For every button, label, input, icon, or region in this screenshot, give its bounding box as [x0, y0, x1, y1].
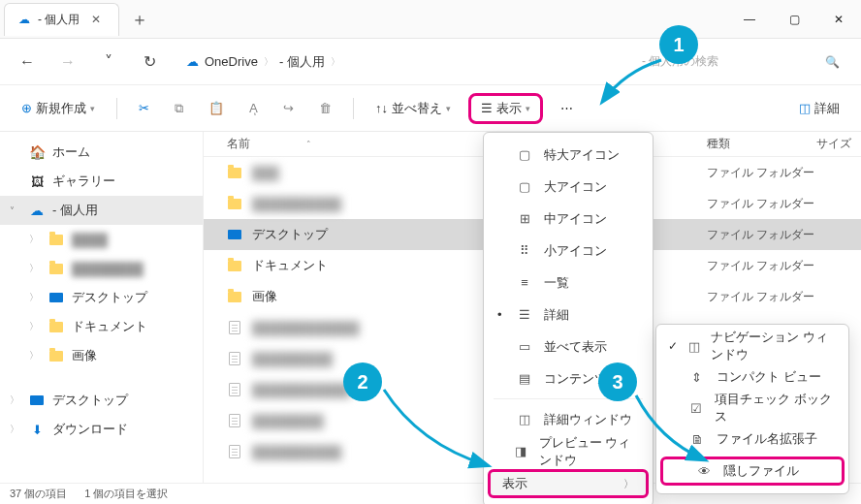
add-tab-button[interactable]: ＋ [131, 8, 148, 31]
type-cell: ファイル フォルダー [701, 188, 861, 219]
list-icon: ☰ [481, 101, 493, 115]
sidebar-item-home[interactable]: 🏠 ホーム [0, 138, 203, 167]
document-icon [227, 351, 242, 366]
dd-tiles[interactable]: ▭並べて表示 [484, 331, 653, 362]
check-icon: ✓ [668, 339, 679, 353]
copy-button[interactable]: ⧉ [167, 93, 191, 124]
close-button[interactable]: ✕ [816, 0, 861, 39]
callout-1: 1 [659, 25, 698, 64]
column-type-label[interactable]: 種類 [701, 136, 807, 152]
dd-details[interactable]: •☰詳細 [484, 299, 653, 331]
gallery-icon: 🖼 [29, 173, 45, 189]
sidebar-item-label: 画像 [72, 347, 97, 364]
callout-2: 2 [343, 362, 382, 401]
share-button[interactable]: ↪ [275, 93, 302, 124]
chevron-right-icon[interactable]: 〉 [10, 423, 21, 436]
back-button[interactable]: ← [14, 48, 41, 76]
view-button[interactable]: ☰ 表示 ▾ [468, 93, 543, 124]
sidebar-item-documents[interactable]: 〉 ドキュメント [0, 312, 203, 341]
document-icon [227, 382, 242, 397]
type-cell: ファイル フォルダー [701, 219, 861, 250]
column-size-label[interactable]: サイズ [807, 136, 861, 152]
window-tab[interactable]: ☁ - 個人用 ✕ [4, 3, 119, 36]
column-name[interactable]: 名前 ˄ [204, 136, 475, 152]
dd-preview-pane[interactable]: ◨プレビュー ウィンドウ [484, 435, 653, 467]
new-button[interactable]: ⊕ 新規作成 ▾ [14, 93, 103, 124]
desktop-icon [29, 393, 45, 408]
more-button[interactable]: ⋯ [553, 93, 581, 124]
sidebar-item-label: ドキュメント [72, 318, 147, 335]
dd-medium-icons[interactable]: ⊞中アイコン [484, 203, 653, 235]
sidebar-item-folder[interactable]: 〉 ████████ [0, 254, 203, 283]
plus-circle-icon: ⊕ [21, 101, 32, 115]
document-icon [227, 413, 242, 428]
chevron-right-icon: 〉 [331, 55, 340, 69]
sidebar-item-label: - 個人用 [52, 202, 98, 219]
sidebar-item-label: ████ [72, 233, 108, 247]
sidebar-item-desktop[interactable]: 〉 デスクトップ [0, 283, 203, 312]
callout-3: 3 [598, 362, 637, 401]
breadcrumb[interactable]: ☁ OneDrive 〉 - 個人用 〉 [176, 53, 621, 71]
dd-details-pane[interactable]: ◫詳細ウィンドウ [484, 403, 653, 435]
forward-button[interactable]: → [54, 48, 81, 76]
selected-count: 1 個の項目を選択 [84, 487, 168, 501]
paste-button[interactable]: 📋 [201, 93, 232, 124]
breadcrumb-onedrive[interactable]: OneDrive [205, 54, 258, 69]
chevron-down-icon[interactable]: ˅ [10, 205, 21, 216]
dd-small-icons[interactable]: ⠿小アイコン [484, 235, 653, 267]
sidebar-item-label: デスクトップ [52, 392, 128, 409]
dd-list[interactable]: ≡一覧 [484, 267, 653, 299]
tab-close-button[interactable]: ✕ [87, 11, 105, 28]
maximize-button[interactable]: ▢ [772, 0, 816, 39]
file-name: ██████████ [252, 197, 341, 211]
sidebar-item-desktop2[interactable]: 〉 デスクトップ [0, 386, 203, 415]
document-icon [227, 320, 242, 335]
divider [116, 98, 117, 119]
dd-label: 小アイコン [544, 242, 607, 260]
sidebar-item-pictures[interactable]: 〉 画像 [0, 341, 203, 370]
sort-label: 並べ替え [392, 100, 442, 117]
dd-extra-large-icons[interactable]: ▢特大アイコン [484, 139, 653, 171]
type-cell: ファイル フォルダー [701, 250, 861, 281]
scissors-icon: ✂ [139, 101, 149, 115]
trash-icon: 🗑 [319, 101, 332, 115]
up-button[interactable]: ˅ [95, 48, 122, 76]
grid-icon: ▢ [517, 147, 532, 162]
chevron-right-icon[interactable]: 〉 [29, 233, 41, 246]
chevron-right-icon[interactable]: 〉 [29, 262, 41, 275]
chevron-right-icon[interactable]: 〉 [29, 320, 41, 333]
delete-button[interactable]: 🗑 [311, 93, 339, 124]
navbar: ← → ˅ ↻ ☁ OneDrive 〉 - 個人用 〉 - 個人用の検索 🔍 [0, 39, 861, 85]
copy-icon: ⧉ [175, 101, 183, 116]
file-name: ████████████ [252, 321, 360, 335]
arrow-1 [595, 52, 673, 110]
file-name: █████████ [252, 352, 333, 366]
sidebar-item-folder[interactable]: 〉 ████ [0, 225, 203, 254]
sm-label: ファイル名拡張子 [717, 430, 817, 448]
titlebar: ☁ - 個人用 ✕ ＋ — ▢ ✕ [0, 0, 861, 39]
sidebar-item-personal[interactable]: ˅ ☁ - 個人用 [0, 196, 203, 225]
breadcrumb-personal[interactable]: - 個人用 [279, 53, 325, 71]
panel-icon: ◫ [517, 412, 532, 426]
arrow-2 [380, 386, 496, 473]
sm-compact-view[interactable]: ⇕コンパクト ビュー [656, 362, 848, 393]
sidebar-item-downloads[interactable]: 〉 ⬇ ダウンロード [0, 415, 203, 444]
cut-button[interactable]: ✂ [131, 93, 157, 124]
file-name: デスクトップ [252, 226, 328, 243]
refresh-button[interactable]: ↻ [136, 48, 163, 76]
file-name: 画像 [252, 288, 277, 305]
rename-button[interactable]: Aͅ [241, 93, 266, 124]
file-name: ███████████ [252, 383, 350, 397]
chevron-right-icon[interactable]: 〉 [29, 291, 41, 304]
minimize-button[interactable]: — [727, 0, 772, 39]
dd-large-icons[interactable]: ▢大アイコン [484, 171, 653, 203]
tab-title: - 個人用 [38, 12, 80, 28]
sort-button[interactable]: ↑↓ 並べ替え ▾ [367, 93, 459, 124]
sidebar-item-gallery[interactable]: 🖼 ギャラリー [0, 167, 203, 196]
chevron-right-icon[interactable]: 〉 [29, 349, 41, 362]
chevron-right-icon[interactable]: 〉 [10, 394, 21, 407]
dd-show-submenu[interactable]: 表示 〉 [488, 469, 649, 498]
details-pane-button[interactable]: ◫ 詳細 [791, 93, 847, 124]
chevron-down-icon: ▾ [446, 104, 451, 113]
sm-navigation-pane[interactable]: ✓◫ナビゲーション ウィンドウ [656, 331, 848, 362]
